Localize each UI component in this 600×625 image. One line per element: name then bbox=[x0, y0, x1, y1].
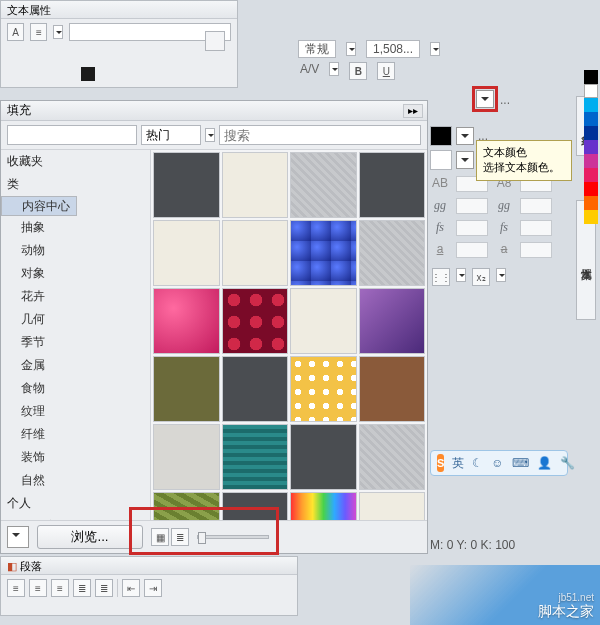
bullet-list-icon[interactable]: ⋮⋮ bbox=[432, 268, 450, 286]
color-swatch-dropdown[interactable] bbox=[456, 151, 474, 169]
view-grid-icon[interactable]: ▦ bbox=[151, 528, 169, 546]
texture-thumb[interactable] bbox=[359, 356, 426, 422]
ime-settings-icon[interactable]: 🔧 bbox=[560, 456, 575, 470]
ime-person-icon[interactable]: 👤 bbox=[537, 456, 552, 470]
texture-thumb[interactable] bbox=[290, 356, 357, 422]
tree-item[interactable]: 季节 bbox=[1, 331, 150, 354]
tree-item[interactable]: 自然 bbox=[1, 469, 150, 492]
selection-handle[interactable] bbox=[81, 67, 95, 81]
texture-thumb[interactable] bbox=[290, 152, 357, 218]
font-dropdown-icon[interactable] bbox=[53, 25, 63, 39]
texture-thumb[interactable] bbox=[153, 356, 220, 422]
underline-field[interactable] bbox=[456, 242, 488, 258]
texture-thumb[interactable] bbox=[359, 220, 426, 286]
tree-content-center[interactable]: 内容中心 bbox=[1, 196, 77, 216]
underline-icon[interactable]: a bbox=[432, 242, 448, 258]
palette-swatch[interactable] bbox=[584, 196, 598, 210]
bullet-dropdown-icon[interactable] bbox=[456, 268, 466, 282]
tree-item[interactable]: 对象 bbox=[1, 262, 150, 285]
glyph-alt-field[interactable] bbox=[520, 198, 552, 214]
tree-item[interactable]: 装饰 bbox=[1, 446, 150, 469]
glyph-alt-icon[interactable]: gg bbox=[496, 198, 512, 214]
search-input[interactable] bbox=[219, 125, 421, 145]
ime-keyboard-icon[interactable]: ⌨ bbox=[512, 456, 529, 470]
tree-item[interactable]: 动物 bbox=[1, 239, 150, 262]
palette-swatch[interactable] bbox=[584, 168, 598, 182]
align-distribute-icon[interactable]: ≣ bbox=[95, 579, 113, 597]
size-field[interactable]: 1,508... bbox=[366, 40, 420, 58]
text-tool-icon[interactable]: A bbox=[7, 23, 24, 41]
align-center-icon[interactable]: ≡ bbox=[29, 579, 47, 597]
subscript-icon[interactable]: x₂ bbox=[472, 268, 490, 286]
source-folder-select[interactable] bbox=[7, 125, 137, 145]
palette-swatch[interactable] bbox=[584, 140, 598, 154]
browse-button[interactable]: 浏览... bbox=[37, 525, 143, 549]
texture-thumb[interactable] bbox=[359, 288, 426, 354]
tree-item[interactable]: 纹理 bbox=[1, 400, 150, 423]
font-style-select[interactable]: 常规 bbox=[298, 40, 336, 58]
allcaps-icon[interactable]: AB bbox=[432, 176, 448, 192]
ime-toolbar[interactable]: S 英 ☾ ☺ ⌨ 👤 🔧 bbox=[430, 450, 568, 476]
align-right-icon[interactable]: ≡ bbox=[51, 579, 69, 597]
ime-lang[interactable]: 英 bbox=[452, 455, 464, 472]
palette-swatch[interactable] bbox=[584, 126, 598, 140]
texture-thumb[interactable] bbox=[359, 424, 426, 490]
tree-item[interactable]: 几何 bbox=[1, 308, 150, 331]
texture-thumb[interactable] bbox=[359, 152, 426, 218]
palette-swatch[interactable] bbox=[584, 154, 598, 168]
palette-swatch[interactable] bbox=[584, 182, 598, 196]
recent-fill-dropdown[interactable] bbox=[7, 526, 29, 548]
underline-icon[interactable]: U bbox=[377, 62, 395, 80]
strikethrough-icon[interactable]: a bbox=[496, 242, 512, 258]
palette-swatch[interactable] bbox=[584, 112, 598, 126]
sort-dropdown-icon[interactable] bbox=[205, 128, 215, 142]
shape-preset-button[interactable] bbox=[205, 31, 225, 51]
texture-thumb[interactable] bbox=[290, 424, 357, 490]
texture-thumb[interactable] bbox=[222, 220, 289, 286]
align-left-icon[interactable]: ≡ bbox=[7, 579, 25, 597]
color-swatch-none[interactable] bbox=[430, 150, 452, 170]
texture-thumb[interactable] bbox=[153, 288, 220, 354]
palette-swatch[interactable] bbox=[584, 98, 598, 112]
tree-item[interactable]: 金属 bbox=[1, 354, 150, 377]
stylistic-field[interactable] bbox=[456, 220, 488, 236]
ime-brand-icon[interactable]: S bbox=[437, 454, 444, 472]
zoom-thumb[interactable] bbox=[198, 532, 206, 544]
palette-swatch[interactable] bbox=[584, 84, 598, 98]
indent-left-icon[interactable]: ⇤ bbox=[122, 579, 140, 597]
style-dropdown-icon[interactable] bbox=[346, 42, 356, 56]
texture-thumb[interactable] bbox=[222, 424, 289, 490]
tree-personal[interactable]: 个人 bbox=[1, 492, 150, 515]
color-swatch-black[interactable] bbox=[430, 126, 452, 146]
swash-icon[interactable]: fs bbox=[496, 220, 512, 236]
texture-thumb[interactable] bbox=[290, 220, 357, 286]
stylistic-set-icon[interactable]: fs bbox=[432, 220, 448, 236]
texture-thumb[interactable] bbox=[222, 288, 289, 354]
tree-item[interactable]: 抽象 bbox=[1, 216, 150, 239]
size-dropdown-icon[interactable] bbox=[430, 42, 440, 56]
tree-item[interactable]: 花卉 bbox=[1, 285, 150, 308]
sort-select[interactable]: 热门 bbox=[141, 125, 201, 145]
texture-thumb[interactable] bbox=[153, 220, 220, 286]
texture-thumb[interactable] bbox=[222, 152, 289, 218]
ime-moon-icon[interactable]: ☾ bbox=[472, 456, 483, 470]
kerning-dropdown-icon[interactable] bbox=[329, 62, 339, 76]
ligature-field[interactable] bbox=[456, 198, 488, 214]
zoom-slider[interactable] bbox=[197, 535, 269, 539]
bold-icon[interactable]: B bbox=[349, 62, 367, 80]
indent-right-icon[interactable]: ⇥ bbox=[144, 579, 162, 597]
tree-favorites[interactable]: 收藏夹 bbox=[1, 150, 150, 173]
texture-thumb[interactable] bbox=[153, 424, 220, 490]
kerning-icon[interactable]: A/V bbox=[300, 62, 319, 80]
more-options-icon[interactable]: ... bbox=[500, 93, 510, 107]
collapse-button[interactable]: ▸▸ bbox=[403, 104, 423, 118]
tree-item[interactable]: 食物 bbox=[1, 377, 150, 400]
ime-emoji-icon[interactable]: ☺ bbox=[491, 456, 503, 470]
tree-root[interactable]: 类 bbox=[1, 173, 150, 196]
texture-thumb[interactable] bbox=[290, 288, 357, 354]
view-list-icon[interactable]: ≣ bbox=[171, 528, 189, 546]
palette-swatch[interactable] bbox=[584, 70, 598, 84]
align-icon[interactable]: ≡ bbox=[30, 23, 47, 41]
palette-swatch[interactable] bbox=[584, 210, 598, 224]
script-dropdown-icon[interactable] bbox=[496, 268, 506, 282]
